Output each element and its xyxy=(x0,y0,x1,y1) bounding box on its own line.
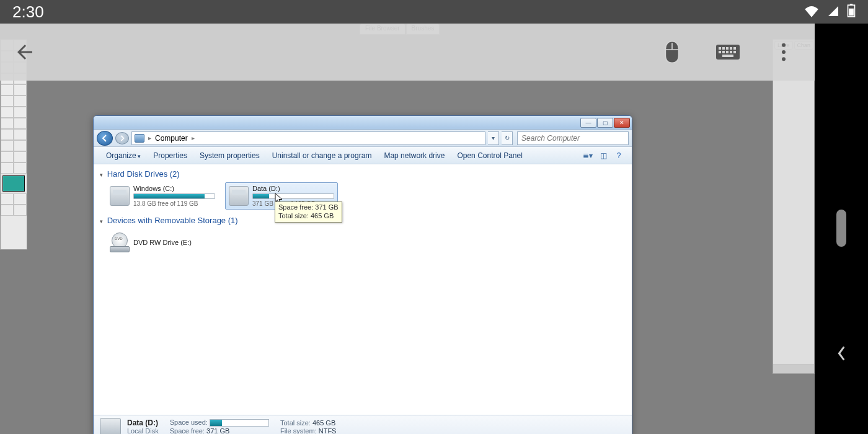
svg-rect-11 xyxy=(726,51,728,53)
hard-drive-icon xyxy=(100,418,121,435)
gesture-handle[interactable] xyxy=(836,210,846,247)
section-label: Devices with Removable Storage xyxy=(107,216,226,225)
svg-rect-7 xyxy=(730,47,732,50)
keyboard-icon[interactable] xyxy=(715,40,740,64)
editor-right-panel[interactable]: Laye Chan xyxy=(773,39,815,374)
details-pane: Data (D:) Space used: Total size: 465 GB… xyxy=(94,415,632,434)
details-space-used-label: Space used: xyxy=(170,418,208,426)
mouse-mode-icon[interactable] xyxy=(660,40,684,64)
overflow-menu-button[interactable] xyxy=(771,40,796,64)
maximize-button[interactable]: ▢ xyxy=(597,118,613,128)
breadcrumb-computer[interactable]: Computer xyxy=(155,134,188,143)
svg-rect-2 xyxy=(849,8,854,16)
help-button[interactable]: ? xyxy=(612,149,626,162)
section-hard-disk-drives[interactable]: ▾ Hard Disk Drives (2) xyxy=(100,169,626,179)
drive-item-c[interactable]: Windows (C:) 13.8 GB free of 119 GB xyxy=(106,182,219,210)
tool-button[interactable] xyxy=(14,95,27,107)
tool-button[interactable] xyxy=(14,151,27,162)
details-fs-label: File system: xyxy=(280,427,317,435)
section-count: (1) xyxy=(228,216,238,225)
tool-button[interactable] xyxy=(1,129,14,140)
tooltip-line: Space free: 371 GB xyxy=(278,203,339,212)
search-input[interactable] xyxy=(521,134,624,143)
chevron-left-icon[interactable] xyxy=(836,346,846,365)
tool-button[interactable] xyxy=(14,205,27,216)
view-options-button[interactable]: ≣▾ xyxy=(581,149,595,162)
section-label: Hard Disk Drives xyxy=(107,169,168,179)
status-time: 2:30 xyxy=(12,2,44,22)
nav-forward-button[interactable] xyxy=(115,132,129,144)
details-total-label: Total size: xyxy=(280,419,311,427)
close-button[interactable]: ✕ xyxy=(614,118,630,128)
cmd-control-panel[interactable]: Open Control Panel xyxy=(451,151,528,160)
cmd-uninstall[interactable]: Uninstall or change a program xyxy=(266,151,378,160)
svg-rect-14 xyxy=(722,55,733,57)
nav-back-button[interactable] xyxy=(97,131,113,146)
cmd-map-drive[interactable]: Map network drive xyxy=(378,151,451,160)
search-box[interactable] xyxy=(517,131,629,145)
tool-button[interactable] xyxy=(1,140,14,151)
details-space-free-label: Space free: xyxy=(170,427,205,435)
drive-item-dvd[interactable]: DVD DVD RW Drive (E:) xyxy=(106,229,219,256)
tooltip-line: Total size: 465 GB xyxy=(278,212,339,221)
section-count: (2) xyxy=(170,169,180,179)
address-dropdown[interactable]: ▾ xyxy=(488,131,499,145)
drive-name: Windows (C:) xyxy=(133,185,215,192)
tool-button[interactable] xyxy=(1,84,14,95)
tool-button[interactable] xyxy=(14,118,27,129)
usage-bar xyxy=(252,193,334,199)
tool-button[interactable] xyxy=(1,151,14,162)
minimize-button[interactable]: — xyxy=(580,118,596,128)
wifi-icon xyxy=(804,2,820,22)
cmd-properties[interactable]: Properties xyxy=(147,151,193,160)
breadcrumb-sep: ▸ xyxy=(192,135,195,141)
cell-signal-icon xyxy=(827,2,839,22)
tool-button[interactable] xyxy=(1,162,14,174)
tool-button[interactable] xyxy=(14,84,27,95)
refresh-button[interactable]: ↻ xyxy=(502,131,513,145)
tool-button[interactable] xyxy=(14,107,27,118)
explorer-content[interactable]: ▾ Hard Disk Drives (2) Windows (C:) 13.8… xyxy=(94,164,632,415)
collapse-toggle-icon[interactable]: ▾ xyxy=(100,218,103,224)
explorer-nav-bar: ▸ Computer ▸ ▾ ↻ xyxy=(94,130,632,147)
cmd-organize[interactable]: Organize xyxy=(100,151,147,160)
address-bar[interactable]: ▸ Computer ▸ xyxy=(131,131,485,145)
drive-free-text: 13.8 GB free of 119 GB xyxy=(133,200,215,207)
svg-rect-4 xyxy=(719,47,721,50)
svg-rect-9 xyxy=(719,51,721,53)
section-removable-storage[interactable]: ▾ Devices with Removable Storage (1) xyxy=(100,216,626,225)
details-title: Data (D:) xyxy=(127,418,158,427)
drive-tooltip: Space free: 371 GB Total size: 465 GB xyxy=(275,202,342,223)
window-titlebar[interactable]: — ▢ ✕ xyxy=(94,116,632,130)
tool-button[interactable] xyxy=(14,193,27,205)
dvd-drive-icon: DVD xyxy=(110,232,130,252)
computer-icon xyxy=(135,134,144,143)
svg-rect-6 xyxy=(726,47,728,50)
usage-bar xyxy=(210,419,269,427)
tool-button[interactable] xyxy=(1,118,14,129)
drive-name: Data (D:) xyxy=(252,185,334,192)
android-app-toolbar xyxy=(0,24,815,81)
foreground-color-swatch[interactable] xyxy=(2,175,25,192)
tool-button[interactable] xyxy=(1,193,14,205)
tool-button[interactable] xyxy=(14,140,27,151)
explorer-window[interactable]: — ▢ ✕ ▸ Computer ▸ ▾ ↻ Organize xyxy=(93,115,632,434)
command-bar: Organize Properties System properties Un… xyxy=(94,147,632,164)
breadcrumb-sep: ▸ xyxy=(148,135,151,141)
hard-drive-icon xyxy=(229,186,249,206)
remote-desktop-canvas[interactable]: File Browser Brushes Laye Chan — ▢ ✕ ▸ xyxy=(0,24,815,434)
tool-button[interactable] xyxy=(14,129,27,140)
tool-button[interactable] xyxy=(1,95,14,107)
collapse-toggle-icon[interactable]: ▾ xyxy=(100,172,103,178)
back-button[interactable] xyxy=(12,40,37,64)
preview-pane-button[interactable]: ◫ xyxy=(596,149,610,162)
tool-button[interactable] xyxy=(1,107,14,118)
details-subtitle: Local Disk xyxy=(127,427,159,435)
drive-name: DVD RW Drive (E:) xyxy=(133,239,215,246)
tool-button[interactable] xyxy=(1,205,14,216)
android-nav-rail xyxy=(815,24,868,434)
details-total-value: 465 GB xyxy=(312,419,335,427)
cmd-system-properties[interactable]: System properties xyxy=(193,151,266,160)
tool-button[interactable] xyxy=(14,162,27,174)
hard-drive-icon xyxy=(110,186,130,206)
